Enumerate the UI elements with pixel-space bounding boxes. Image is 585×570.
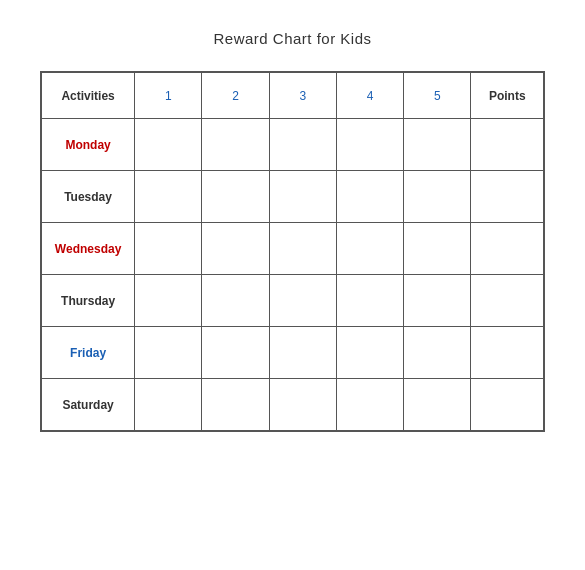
activity-cell-monday-2[interactable] <box>202 119 269 171</box>
activity-cell-tuesday-3[interactable] <box>269 171 336 223</box>
activity-cell-saturday-4[interactable] <box>336 379 403 431</box>
activity-cell-monday-1[interactable] <box>135 119 202 171</box>
activity-cell-saturday-5[interactable] <box>404 379 471 431</box>
activity-cell-friday-3[interactable] <box>269 327 336 379</box>
points-cell-monday[interactable] <box>471 119 544 171</box>
activity-cell-saturday-2[interactable] <box>202 379 269 431</box>
activity-cell-thursday-4[interactable] <box>336 275 403 327</box>
reward-chart: Activities 1 2 3 4 5 Points MondayTuesda… <box>40 71 545 432</box>
activity-cell-tuesday-5[interactable] <box>404 171 471 223</box>
day-cell-friday: Friday <box>42 327 135 379</box>
activity-cell-friday-4[interactable] <box>336 327 403 379</box>
points-cell-friday[interactable] <box>471 327 544 379</box>
activity-cell-wednesday-5[interactable] <box>404 223 471 275</box>
activity-cell-friday-2[interactable] <box>202 327 269 379</box>
activity-cell-monday-5[interactable] <box>404 119 471 171</box>
day-cell-thursday: Thursday <box>42 275 135 327</box>
points-cell-tuesday[interactable] <box>471 171 544 223</box>
table-row: Monday <box>42 119 544 171</box>
page-title: Reward Chart for Kids <box>213 30 371 47</box>
activity-cell-friday-1[interactable] <box>135 327 202 379</box>
day-cell-tuesday: Tuesday <box>42 171 135 223</box>
table-row: Saturday <box>42 379 544 431</box>
table-row: Friday <box>42 327 544 379</box>
activity-cell-monday-4[interactable] <box>336 119 403 171</box>
header-col2: 2 <box>202 73 269 119</box>
activity-cell-saturday-3[interactable] <box>269 379 336 431</box>
header-col3: 3 <box>269 73 336 119</box>
activity-cell-thursday-3[interactable] <box>269 275 336 327</box>
activity-cell-thursday-5[interactable] <box>404 275 471 327</box>
header-points: Points <box>471 73 544 119</box>
points-cell-wednesday[interactable] <box>471 223 544 275</box>
table-row: Wednesday <box>42 223 544 275</box>
activity-cell-tuesday-1[interactable] <box>135 171 202 223</box>
table-row: Thursday <box>42 275 544 327</box>
header-col5: 5 <box>404 73 471 119</box>
table-row: Tuesday <box>42 171 544 223</box>
day-cell-monday: Monday <box>42 119 135 171</box>
activity-cell-tuesday-2[interactable] <box>202 171 269 223</box>
activity-cell-wednesday-1[interactable] <box>135 223 202 275</box>
activity-cell-thursday-1[interactable] <box>135 275 202 327</box>
activity-cell-wednesday-2[interactable] <box>202 223 269 275</box>
activity-cell-monday-3[interactable] <box>269 119 336 171</box>
day-cell-wednesday: Wednesday <box>42 223 135 275</box>
points-cell-saturday[interactable] <box>471 379 544 431</box>
header-col4: 4 <box>336 73 403 119</box>
activity-cell-friday-5[interactable] <box>404 327 471 379</box>
activity-cell-tuesday-4[interactable] <box>336 171 403 223</box>
header-col1: 1 <box>135 73 202 119</box>
header-activity: Activities <box>42 73 135 119</box>
activity-cell-saturday-1[interactable] <box>135 379 202 431</box>
activity-cell-wednesday-3[interactable] <box>269 223 336 275</box>
activity-cell-thursday-2[interactable] <box>202 275 269 327</box>
points-cell-thursday[interactable] <box>471 275 544 327</box>
activity-cell-wednesday-4[interactable] <box>336 223 403 275</box>
day-cell-saturday: Saturday <box>42 379 135 431</box>
